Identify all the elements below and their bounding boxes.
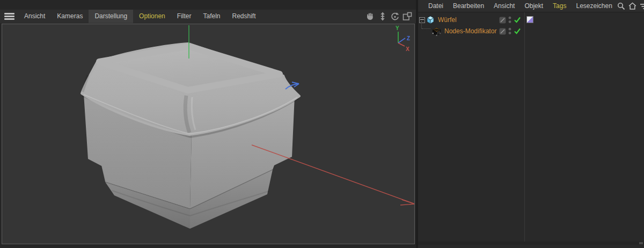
menu-tafeln[interactable]: Tafeln bbox=[197, 10, 226, 23]
menu-tags[interactable]: Tags bbox=[548, 0, 571, 12]
menu-filter[interactable]: Filter bbox=[171, 10, 197, 23]
axis-x-label: X bbox=[406, 46, 409, 52]
toggle-layout-icon[interactable] bbox=[402, 12, 412, 21]
menu-bearbeiten[interactable]: Bearbeiten bbox=[448, 0, 489, 12]
menu-om-ansicht[interactable]: Ansicht bbox=[489, 0, 519, 12]
viewport-panel: Ansicht Kameras Darstellung Optionen Fil… bbox=[0, 0, 417, 248]
visibility-dots-icon[interactable] bbox=[508, 16, 511, 24]
scene-render: Y Z X bbox=[2, 24, 414, 244]
pan-hand-icon[interactable] bbox=[365, 12, 375, 21]
menu-datei[interactable]: Datei bbox=[423, 0, 448, 12]
object-tree: Würfel bbox=[418, 12, 644, 245]
viewport-menubar: Ansicht Kameras Darstellung Optionen Fil… bbox=[0, 10, 417, 23]
visibility-dots-icon[interactable] bbox=[508, 27, 511, 35]
layer-pen-icon[interactable] bbox=[499, 28, 506, 35]
phong-tag-icon[interactable] bbox=[526, 16, 533, 23]
tag-column-separator[interactable] bbox=[524, 12, 525, 242]
cube-object[interactable] bbox=[82, 43, 299, 229]
menu-redshift[interactable]: Redshift bbox=[226, 10, 262, 23]
enabled-check-icon[interactable] bbox=[514, 27, 521, 35]
collapse-toggle-icon[interactable] bbox=[419, 17, 425, 23]
dolly-zoom-icon[interactable] bbox=[378, 12, 387, 21]
viewport-canvas[interactable]: Y Z X bbox=[2, 24, 415, 244]
menu-darstellung[interactable]: Darstellung bbox=[89, 10, 133, 23]
menu-lesezeichen[interactable]: Lesezeichen bbox=[571, 0, 617, 12]
nodes-modifier-icon bbox=[432, 27, 441, 36]
resize-grip[interactable] bbox=[639, 242, 643, 244]
x-axis-gizmo[interactable] bbox=[252, 145, 414, 205]
home-icon[interactable] bbox=[628, 2, 636, 10]
object-row-controls bbox=[499, 14, 521, 25]
object-row-controls bbox=[499, 26, 521, 37]
viewport-nav-controls bbox=[365, 12, 417, 21]
viewport-menu-icon[interactable] bbox=[4, 13, 14, 20]
panel-bottom-strip bbox=[418, 242, 644, 245]
object-manager-toolbar bbox=[617, 2, 644, 10]
menu-kameras[interactable]: Kameras bbox=[51, 10, 89, 23]
menu-objekt[interactable]: Objekt bbox=[519, 0, 548, 12]
object-name[interactable]: Würfel bbox=[438, 16, 457, 24]
axis-z-label: Z bbox=[407, 35, 410, 41]
filter-icon[interactable] bbox=[640, 2, 644, 10]
axis-y-label: Y bbox=[396, 25, 399, 31]
search-icon[interactable] bbox=[617, 2, 625, 10]
orbit-rotate-icon[interactable] bbox=[390, 12, 400, 21]
object-manager-panel: Datei Bearbeiten Ansicht Objekt Tags Les… bbox=[418, 0, 644, 248]
menu-optionen[interactable]: Optionen bbox=[133, 10, 171, 23]
cube-primitive-icon bbox=[426, 16, 435, 24]
axis-indicator: Y Z X bbox=[396, 25, 410, 52]
object-row-nodes-modifikator[interactable]: Nodes-Modifikator bbox=[418, 26, 496, 37]
layer-pen-icon[interactable] bbox=[499, 17, 506, 24]
object-name[interactable]: Nodes-Modifikator bbox=[444, 27, 496, 35]
object-manager-menubar: Datei Bearbeiten Ansicht Objekt Tags Les… bbox=[418, 0, 644, 12]
object-row-wuerfel[interactable]: Würfel bbox=[418, 14, 457, 25]
enabled-check-icon[interactable] bbox=[514, 16, 521, 24]
menu-ansicht[interactable]: Ansicht bbox=[18, 10, 51, 23]
